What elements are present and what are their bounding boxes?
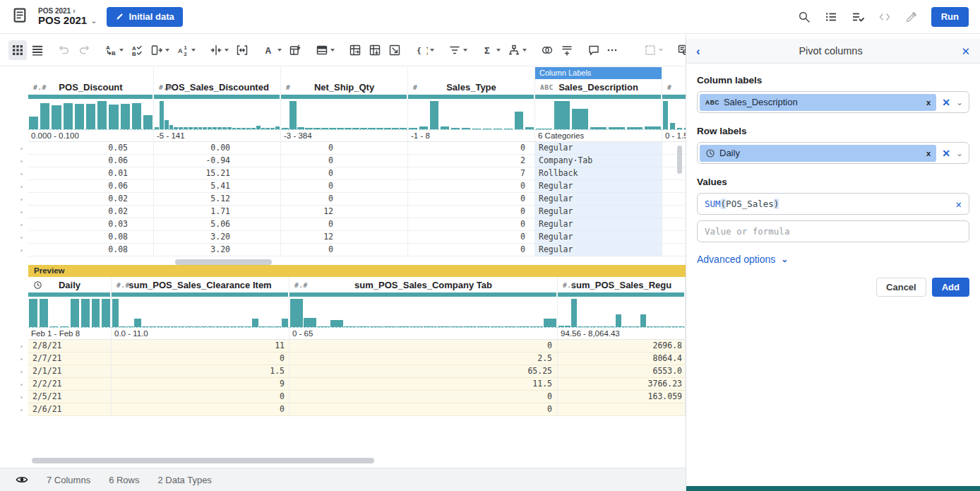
toolbar-text-transform-button[interactable]: A (260, 40, 285, 60)
remove-value-icon[interactable]: ✕ (956, 199, 962, 209)
column-header[interactable]: #Sales_Type (408, 79, 534, 95)
row-handle[interactable] (0, 142, 28, 155)
add-button[interactable]: Add (932, 278, 969, 297)
cell[interactable]: 1.71 (154, 206, 280, 218)
column-header[interactable]: #.#POS_Discount (28, 79, 153, 95)
preview-horizontal-scrollbar[interactable] (32, 458, 374, 463)
cell[interactable]: 0.03 (28, 218, 153, 231)
column-header[interactable]: #.#sum_POS_Sales_Company Tab (289, 277, 557, 292)
cell[interactable] (662, 206, 686, 218)
cell[interactable]: 0 (112, 391, 289, 403)
cell[interactable] (662, 180, 686, 193)
toolbar-enrich-table-button[interactable] (286, 40, 304, 60)
toolbar-resize-column-button[interactable] (233, 40, 251, 60)
cell[interactable]: Regular (535, 244, 662, 256)
cell[interactable] (662, 142, 686, 155)
cell[interactable]: 2.5 (289, 353, 557, 365)
cell[interactable]: 0 (408, 206, 534, 218)
toolbar-comment-button[interactable] (585, 40, 603, 60)
cell[interactable] (662, 244, 686, 256)
cell[interactable]: 0 (289, 403, 557, 416)
column-histogram[interactable] (112, 297, 289, 328)
list-check-icon[interactable] (851, 10, 865, 24)
cell[interactable]: 0 (408, 142, 534, 155)
row-handle[interactable] (0, 193, 28, 206)
column-histogram[interactable] (535, 99, 662, 130)
column-histogram[interactable] (289, 297, 557, 328)
toolbar-grid-view-button[interactable] (8, 40, 27, 60)
cell[interactable]: 2/6/21 (28, 403, 111, 416)
column-header[interactable]: #.#POS_Sales_Discounted (154, 79, 280, 95)
row-handle[interactable] (0, 244, 28, 256)
cancel-button[interactable]: Cancel (876, 278, 926, 297)
cell[interactable]: Regular (535, 142, 662, 155)
cell[interactable]: 0.02 (28, 206, 153, 218)
column-header[interactable]: # (662, 79, 686, 95)
initial-data-button[interactable]: Initial data (107, 7, 182, 27)
row-handle[interactable] (0, 167, 28, 180)
cell[interactable]: 8064.4 (558, 353, 685, 365)
cell[interactable]: 0.06 (28, 180, 153, 193)
cell[interactable]: 0 (112, 353, 289, 365)
column-histogram[interactable] (154, 99, 280, 130)
cell[interactable]: Regular (535, 218, 662, 231)
toolbar-more-options-button[interactable] (603, 40, 621, 60)
cell[interactable]: 0 (281, 155, 407, 167)
row-handle[interactable] (0, 340, 28, 353)
cell[interactable]: 3.20 (154, 231, 280, 244)
row-handle[interactable] (0, 218, 28, 231)
cell[interactable]: 65.25 (289, 365, 557, 378)
cell[interactable]: 3766.23 (558, 378, 685, 391)
code-icon[interactable] (878, 10, 892, 24)
cell[interactable]: Regular (535, 231, 662, 244)
column-header[interactable]: #.#sum_POS_Sales_Regu (558, 277, 685, 292)
toolbar-convert-values-button[interactable]: AB (102, 40, 126, 60)
cell[interactable]: 3.20 (154, 244, 280, 256)
column-histogram[interactable] (558, 297, 685, 328)
column-labels-chip[interactable]: ABC Sales_Description x (700, 94, 936, 111)
cell[interactable]: 0.08 (28, 244, 153, 256)
cell[interactable]: 0.00 (154, 142, 280, 155)
chevron-down-icon[interactable]: ⌄ (956, 98, 963, 107)
toolbar-aggregate-sum-button[interactable]: Σ (479, 40, 503, 60)
row-handle[interactable] (0, 231, 28, 244)
column-histogram[interactable] (408, 99, 534, 130)
cell[interactable]: 0 (281, 142, 407, 155)
toolbar-unpivot-columns-button[interactable] (346, 40, 364, 60)
cell[interactable]: 0.02 (28, 193, 153, 206)
cell[interactable]: 0 (289, 340, 557, 353)
toolbar-insert-column-button[interactable] (207, 40, 232, 60)
column-histogram[interactable] (662, 99, 686, 130)
row-handle[interactable] (0, 378, 28, 391)
cell[interactable] (662, 193, 686, 206)
cell[interactable]: 0 (281, 193, 407, 206)
cell[interactable]: Regular (535, 193, 662, 206)
toolbar-join-tables-button[interactable] (538, 40, 556, 60)
cell[interactable]: 11.5 (289, 378, 557, 391)
cell[interactable]: 0 (281, 167, 407, 180)
cell[interactable]: 163.059 (558, 391, 685, 403)
clear-selection-icon[interactable]: ✕ (942, 148, 950, 158)
toolbar-validate-values-button[interactable]: AB (128, 40, 146, 60)
cell[interactable]: Company·Tab (535, 155, 662, 167)
toolbar-append-rows-button[interactable] (558, 40, 576, 60)
cell[interactable] (662, 218, 686, 231)
toolbar-undo-button[interactable] (55, 40, 73, 60)
cell[interactable]: 12 (281, 231, 407, 244)
cell[interactable]: 15.21 (154, 167, 280, 180)
row-labels-chip[interactable]: Daily x (700, 145, 936, 162)
row-handle[interactable] (0, 155, 28, 167)
eye-icon[interactable] (16, 473, 28, 486)
cell[interactable] (662, 155, 686, 167)
cell[interactable]: 7 (408, 167, 534, 180)
cell[interactable]: 2/1/21 (28, 365, 111, 378)
cell[interactable]: 9 (112, 378, 289, 391)
cell[interactable]: 2/2/21 (28, 378, 111, 391)
cell[interactable] (558, 403, 685, 416)
toolbar-group-hierarchy-button[interactable] (505, 40, 530, 60)
toolbar-sort-column-button[interactable]: A12 (174, 40, 198, 60)
panel-close-button[interactable]: ✕ (961, 46, 970, 57)
cell[interactable]: 2 (408, 155, 534, 167)
cell[interactable]: 6553.0 (558, 365, 685, 378)
column-histogram[interactable] (28, 297, 111, 328)
